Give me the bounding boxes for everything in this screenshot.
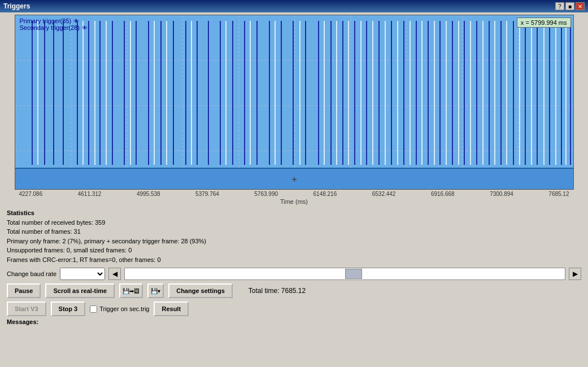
main-content: Primary trigger(85) 👁 Secondary trigger(… xyxy=(0,12,588,327)
stat-line-2: Primary only frame: 2 (7%), primary + se… xyxy=(7,237,581,246)
time-label-5: 6148.216 xyxy=(313,191,337,197)
time-label-1: 4611.312 xyxy=(78,191,102,197)
x-value-display: x = 5799.994 ms xyxy=(517,18,571,28)
triggers-svg xyxy=(15,15,573,171)
scrollbar-track[interactable] xyxy=(124,268,565,280)
save-icon: 💾▾ xyxy=(151,288,160,294)
total-time-label: Total time: 7685.12 xyxy=(249,287,306,295)
primary-trigger-eye-icon[interactable]: 👁 xyxy=(73,18,79,24)
start-v3-button[interactable]: Start V3 xyxy=(7,302,46,316)
stat-line-1: Total number of frames: 31 xyxy=(7,227,581,237)
time-label-2: 4995.538 xyxy=(137,191,160,197)
time-label-9: 7685.12 xyxy=(548,191,569,197)
main-buttons-row: Pause Scroll as real-time 💾➡🖼 💾▾ Change … xyxy=(7,283,581,298)
stat-line-0: Total number of received bytes: 359 xyxy=(7,218,581,228)
chart-area: Primary trigger(85) 👁 Secondary trigger(… xyxy=(15,15,574,190)
scroll-right-button[interactable]: ▶ xyxy=(569,268,581,280)
time-label-6: 6532.442 xyxy=(372,191,396,197)
chart-header: Primary trigger(85) 👁 Secondary trigger(… xyxy=(20,18,88,31)
time-label-4: 5763.990 xyxy=(254,191,278,197)
baud-rate-select[interactable]: 9600 19200 38400 57600 115200 xyxy=(60,268,105,280)
trigger-checkbox-label: Trigger on sec.trig xyxy=(90,305,149,313)
title-bar: Triggers ? ■ ✕ xyxy=(0,0,588,12)
pause-button[interactable]: Pause xyxy=(7,283,41,298)
stat-line-4: Frames with CRC-error:1, RT frames=0, ot… xyxy=(7,255,581,265)
statistics-title: Statistics xyxy=(7,208,581,218)
title-bar-buttons: ? ■ ✕ xyxy=(555,2,585,10)
scrollbar-thumb[interactable] xyxy=(345,269,362,279)
time-unit-label: Time (ms) xyxy=(3,198,585,205)
save-png-button[interactable]: 💾➡🖼 xyxy=(119,283,143,298)
time-label-3: 5379.764 xyxy=(195,191,219,197)
messages-label: Messages: xyxy=(7,318,581,325)
primary-trigger-label: Primary trigger(85) 👁 xyxy=(20,18,88,24)
time-label-0: 4227.086 xyxy=(19,191,43,197)
change-settings-button[interactable]: Change settings xyxy=(168,283,233,298)
stop-v3-button[interactable]: Stop 3 xyxy=(51,302,86,316)
time-axis: 4227.086 4611.312 4995.538 5379.764 5763… xyxy=(15,190,574,198)
help-button[interactable]: ? xyxy=(555,2,564,10)
scroll-realtime-button[interactable]: Scroll as real-time xyxy=(45,283,115,298)
baud-rate-label: Change baud rate xyxy=(7,270,56,277)
secondary-trigger-label: Secondary trigger(28) 👁 xyxy=(20,24,88,31)
time-label-8: 7300.894 xyxy=(490,191,513,197)
unknown-button[interactable]: ■ xyxy=(565,2,574,10)
stat-line-3: Unsupported frames: 0, small sized frame… xyxy=(7,246,581,255)
result-button[interactable]: Result xyxy=(154,302,189,316)
trigger-checkbox[interactable] xyxy=(90,305,97,313)
secondary-buttons-row: Start V3 Stop 3 Trigger on sec.trig Resu… xyxy=(7,302,581,316)
time-label-7: 6916.668 xyxy=(431,191,455,197)
window-title: Triggers xyxy=(3,2,30,10)
chart-bottom-strip: + xyxy=(15,168,573,189)
close-button[interactable]: ✕ xyxy=(576,2,585,10)
baud-arrow-button[interactable]: ◀ xyxy=(108,268,121,280)
statistics-section: Statistics Total number of received byte… xyxy=(7,208,581,264)
secondary-trigger-eye-icon[interactable]: 👁 xyxy=(82,25,88,31)
save-png-icon: 💾➡🖼 xyxy=(123,288,140,294)
save-button[interactable]: 💾▾ xyxy=(147,283,164,298)
baud-rate-row: Change baud rate 9600 19200 38400 57600 … xyxy=(7,268,581,280)
